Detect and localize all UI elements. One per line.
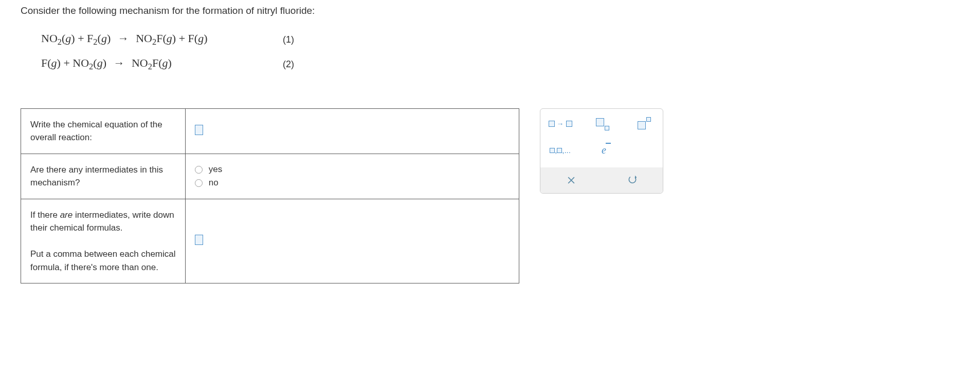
equation-1-label: (1) (283, 34, 294, 45)
reaction-arrow-icon: → (118, 32, 129, 45)
formula-input-placeholder-icon[interactable] (195, 235, 203, 245)
electron-button[interactable]: e (592, 143, 615, 158)
question-prompt: Consider the following mechanism for the… (21, 5, 959, 16)
table-row: Write the chemical equation of the overa… (21, 108, 519, 154)
equation-toolbox: → ,,... (540, 108, 663, 194)
mechanism-equations: NO2(g) + F2(g) → NO2F(g) + F(g) (1) F(g)… (41, 32, 959, 72)
reaction-arrow-icon: → (113, 56, 124, 70)
q2-label: Are there any intermediates in this mech… (21, 154, 186, 199)
superscript-tool-icon (638, 118, 651, 129)
electron-tool-icon: e (602, 144, 606, 156)
equation-1-rhs: NO2F(g) + F(g) (136, 32, 207, 45)
radio-no-icon[interactable] (195, 179, 203, 187)
table-row: Are there any intermediates in this mech… (21, 154, 519, 199)
undo-icon (627, 175, 638, 185)
radio-no-label: no (209, 178, 219, 188)
table-row: If there are intermediates, write down t… (21, 199, 519, 283)
subscript-button[interactable] (592, 116, 613, 131)
radio-no-row[interactable]: no (195, 178, 510, 188)
equation-2-lhs: F(g) + NO2(g) (41, 56, 106, 69)
equation-1: NO2(g) + F2(g) → NO2F(g) + F(g) (1) (41, 32, 959, 47)
reaction-arrow-tool-icon: → (549, 120, 572, 128)
equation-2-label: (2) (283, 59, 294, 70)
equation-2: F(g) + NO2(g) → NO2F(g) (2) (41, 56, 959, 72)
list-separator-button[interactable]: ,,... (549, 143, 572, 158)
formula-input-placeholder-icon[interactable] (195, 125, 203, 135)
q1-input-cell[interactable] (185, 108, 519, 154)
q2-input-cell: yes no (185, 154, 519, 199)
subscript-tool-icon (596, 118, 609, 129)
reaction-arrow-button[interactable]: → (549, 116, 572, 131)
q3-label: If there are intermediates, write down t… (21, 199, 186, 283)
q3-input-cell[interactable] (185, 199, 519, 283)
x-icon (566, 175, 576, 185)
list-separator-tool-icon: ,,... (550, 146, 571, 155)
clear-button[interactable] (561, 173, 582, 188)
answer-table: Write the chemical equation of the overa… (21, 108, 519, 284)
undo-button[interactable] (622, 173, 643, 188)
radio-yes-row[interactable]: yes (195, 164, 510, 175)
equation-2-rhs: NO2F(g) (132, 56, 172, 69)
superscript-button[interactable] (634, 116, 655, 131)
radio-yes-icon[interactable] (195, 166, 203, 174)
radio-yes-label: yes (209, 164, 222, 175)
q1-label: Write the chemical equation of the overa… (21, 108, 186, 154)
equation-1-lhs: NO2(g) + F2(g) (41, 32, 111, 45)
